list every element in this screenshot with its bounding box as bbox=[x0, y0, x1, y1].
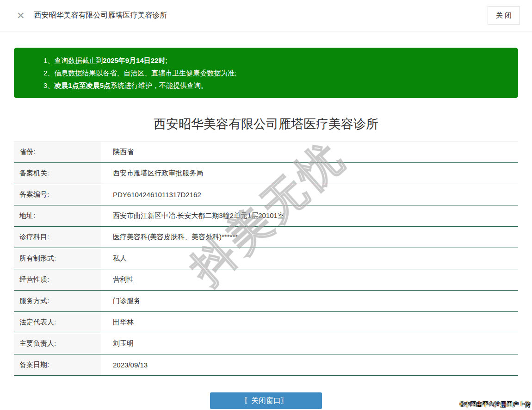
table-row-province: 省份: 陕西省 bbox=[14, 142, 518, 163]
close-icon[interactable]: ✕ bbox=[17, 11, 25, 20]
row-value: 西安市雁塔区行政审批服务局 bbox=[101, 163, 518, 184]
notice-line-1-text: 查询数据截止到 bbox=[54, 56, 103, 64]
row-value: 医疗美容科(美容皮肤科、美容外科)****** bbox=[101, 227, 518, 248]
table-row-filing-number: 备案编号: PDY61042461011317D2162 bbox=[14, 184, 518, 205]
close-button[interactable]: 关 闭 bbox=[488, 6, 520, 25]
table-row-filing-date: 备案日期: 2023/09/13 bbox=[14, 354, 518, 376]
row-label: 主要负责人: bbox=[14, 333, 101, 354]
notice-line-2-text: 信息数据结果以各省、自治区、直辖市卫生健康委数据为准; bbox=[54, 69, 236, 77]
row-label: 经营性质: bbox=[14, 269, 101, 290]
row-label: 服务方式: bbox=[14, 291, 101, 311]
page-title: 西安昭华美容有限公司雁塔医疗美容诊所 bbox=[14, 116, 518, 132]
notice-line-1: 1、查询数据截止到2025年9月14日22时; bbox=[43, 54, 509, 67]
row-label: 法定代表人: bbox=[14, 312, 101, 333]
row-value: 刘玉明 bbox=[101, 333, 518, 354]
notice-line-3-bold: 凌晨1点至凌晨5点 bbox=[54, 81, 111, 89]
window-title: 西安昭华美容有限公司雁塔医疗美容诊所 bbox=[34, 11, 488, 20]
notice-line-2-number: 2、 bbox=[43, 69, 54, 77]
notice-line-3-number: 3、 bbox=[43, 81, 54, 89]
row-value: 2023/09/13 bbox=[101, 354, 518, 375]
row-value: 私人 bbox=[101, 248, 518, 269]
info-table: 省份: 陕西省 备案机关: 西安市雁塔区行政审批服务局 备案编号: PDY610… bbox=[14, 141, 518, 376]
table-row-business-nature: 经营性质: 营利性 bbox=[14, 269, 518, 291]
row-value: PDY61042461011317D2162 bbox=[101, 184, 518, 205]
table-row-legal-representative: 法定代表人: 田华林 bbox=[14, 312, 518, 333]
notice-line-1-tail: ; bbox=[165, 56, 167, 64]
notice-line-3: 3、凌晨1点至凌晨5点系统进行维护，不能提供查询。 bbox=[43, 79, 509, 92]
upload-credit-text: ©本图由平台注册用户上传 bbox=[460, 401, 531, 409]
row-value: 田华林 bbox=[101, 312, 518, 333]
row-value: 陕西省 bbox=[101, 142, 518, 162]
top-bar: ✕ 西安昭华美容有限公司雁塔医疗美容诊所 关 闭 bbox=[0, 0, 532, 31]
row-label: 备案编号: bbox=[14, 184, 101, 205]
notice-line-1-number: 1、 bbox=[43, 56, 54, 64]
notice-line-2: 2、信息数据结果以各省、自治区、直辖市卫生健康委数据为准; bbox=[43, 67, 509, 79]
notice-line-1-bold: 2025年9月14日22时 bbox=[103, 56, 165, 64]
table-row-filing-authority: 备案机关: 西安市雁塔区行政审批服务局 bbox=[14, 163, 518, 184]
table-row-principal: 主要负责人: 刘玉明 bbox=[14, 333, 518, 354]
row-value: 营利性 bbox=[101, 269, 518, 290]
row-label: 所有制形式: bbox=[14, 248, 101, 269]
row-value: 西安市曲江新区中冶.长安大都二期3幢2单元1层20101室 bbox=[101, 205, 518, 226]
notice-line-3-tail: 系统进行维护，不能提供查询。 bbox=[111, 81, 208, 89]
table-row-ownership: 所有制形式: 私人 bbox=[14, 248, 518, 269]
row-label: 省份: bbox=[14, 142, 101, 162]
row-label: 诊疗科目: bbox=[14, 227, 101, 248]
table-row-service-mode: 服务方式: 门诊服务 bbox=[14, 291, 518, 312]
close-window-button[interactable]: 〖关闭窗口〗 bbox=[210, 392, 322, 409]
table-row-medical-subjects: 诊疗科目: 医疗美容科(美容皮肤科、美容外科)****** bbox=[14, 227, 518, 248]
row-label: 备案机关: bbox=[14, 163, 101, 184]
row-label: 地址: bbox=[14, 205, 101, 226]
row-value: 门诊服务 bbox=[101, 291, 518, 311]
row-label: 备案日期: bbox=[14, 354, 101, 375]
table-row-address: 地址: 西安市曲江新区中冶.长安大都二期3幢2单元1层20101室 bbox=[14, 205, 518, 227]
notice-box: 1、查询数据截止到2025年9月14日22时; 2、信息数据结果以各省、自治区、… bbox=[14, 48, 518, 98]
